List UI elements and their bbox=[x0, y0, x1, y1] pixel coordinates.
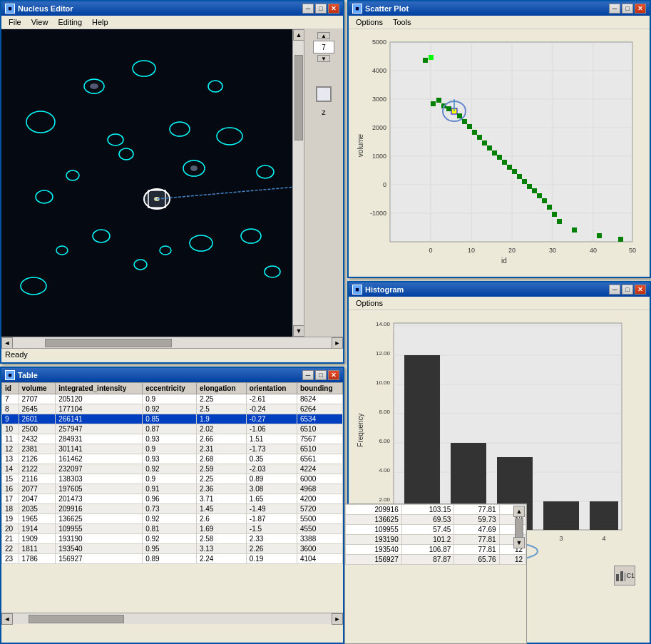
table-cell: 4200 bbox=[297, 494, 342, 504]
scatter-close[interactable]: ✕ bbox=[635, 4, 646, 14]
close-button[interactable]: ✕ bbox=[328, 4, 339, 14]
table-cell: 15 bbox=[2, 474, 19, 484]
table-row[interactable]: 926012661410.851.9-0.276534 bbox=[2, 414, 343, 424]
table-cell: 4104 bbox=[297, 554, 342, 564]
status-text: Ready bbox=[5, 350, 28, 359]
histogram-close[interactable]: ✕ bbox=[635, 285, 646, 295]
table-row[interactable]: 1919651366250.922.6-1.875500 bbox=[2, 514, 343, 524]
menu-help[interactable]: Help bbox=[88, 17, 113, 27]
extra-table-row[interactable]: 193190101.277.8112 bbox=[346, 535, 526, 545]
table-cell: 2432 bbox=[19, 434, 56, 444]
table-row[interactable]: 1321261614620.932.680.356561 bbox=[2, 454, 343, 464]
extra-table-row[interactable]: 209916103.1577.8112 bbox=[346, 505, 526, 515]
extra-table-row[interactable]: 10995557.4547.696 bbox=[346, 525, 526, 535]
table-hscroll-thumb[interactable] bbox=[29, 615, 124, 623]
menu-file[interactable]: File bbox=[4, 17, 26, 27]
histogram-options-menu[interactable]: Options bbox=[352, 298, 387, 308]
scroll-right-button[interactable]: ► bbox=[332, 337, 343, 349]
table-row[interactable]: 1223813011410.92.31-1.736510 bbox=[2, 444, 343, 454]
table-cell: 2.26 bbox=[246, 544, 297, 554]
table-maximize[interactable]: □ bbox=[315, 370, 327, 380]
extra-table-row[interactable]: 13662569.5359.7312 bbox=[346, 515, 526, 525]
table-row[interactable]: 1820352099160.731.45-1.495720 bbox=[2, 504, 343, 514]
svg-text:0: 0 bbox=[383, 181, 386, 188]
extra-table-row[interactable]: 193540106.8777.8112 bbox=[346, 545, 526, 555]
table-cell: 2645 bbox=[19, 404, 56, 414]
scatter-options-menu[interactable]: Options bbox=[352, 17, 387, 27]
scatter-menubar: Options Tools bbox=[349, 16, 650, 29]
scatter-tools-menu[interactable]: Tools bbox=[389, 17, 416, 27]
histogram-minimize[interactable]: ─ bbox=[609, 285, 620, 295]
hscroll-track[interactable] bbox=[13, 337, 332, 348]
table-cell: 2.25 bbox=[196, 394, 246, 404]
table-row[interactable]: 826451771040.922.5-0.246264 bbox=[2, 404, 343, 414]
table-container[interactable]: id volume integrated_intensity eccentric… bbox=[1, 382, 343, 613]
extra-scroll-down[interactable]: ▼ bbox=[513, 537, 525, 548]
svg-rect-80 bbox=[547, 205, 552, 210]
table-row[interactable]: 2019141099550.811.69-1.54550 bbox=[2, 524, 343, 534]
scroll-left-button[interactable]: ◄ bbox=[1, 337, 13, 349]
table-cell: 2.36 bbox=[196, 484, 246, 494]
svg-rect-54 bbox=[423, 58, 428, 63]
table-row[interactable]: 1124322849310.932.661.517567 bbox=[2, 434, 343, 444]
table-cell: 138303 bbox=[56, 474, 143, 484]
scroll-up-button[interactable]: ▲ bbox=[293, 29, 304, 41]
table-row[interactable]: 2119091931900.922.582.333388 bbox=[2, 534, 343, 544]
scatter-titlebar: ■ Scatter Plot ─ □ ✕ bbox=[349, 1, 650, 16]
histogram-titlebar-buttons: ─ □ ✕ bbox=[609, 285, 646, 295]
vertical-scrollbar[interactable]: ▲ ▼ bbox=[292, 29, 304, 337]
status-bar: Ready bbox=[1, 348, 343, 362]
horizontal-scrollbar[interactable]: ◄ ► bbox=[1, 337, 343, 348]
scroll-thumb[interactable] bbox=[294, 55, 303, 140]
table-minimize[interactable]: ─ bbox=[302, 370, 314, 380]
rect-control[interactable] bbox=[316, 86, 332, 102]
scatter-titlebar-left: ■ Scatter Plot bbox=[352, 4, 409, 14]
table-row[interactable]: 1025002579470.872.02-1.066510 bbox=[2, 424, 343, 434]
scatter-minimize[interactable]: ─ bbox=[609, 4, 620, 14]
histogram-titlebar: ■ Histogram ─ □ ✕ bbox=[349, 282, 650, 297]
table-scroll-left[interactable]: ◄ bbox=[1, 613, 13, 625]
table-row[interactable]: 2317861569270.892.240.194104 bbox=[2, 554, 343, 564]
table-cell: 0.35 bbox=[246, 454, 297, 464]
scatter-maximize[interactable]: □ bbox=[622, 4, 633, 14]
table-cell: 2.5 bbox=[196, 404, 246, 414]
svg-rect-70 bbox=[497, 155, 502, 160]
z-input[interactable] bbox=[313, 41, 334, 53]
extra-table-row[interactable]: 15692787.8765.7612 bbox=[346, 555, 526, 565]
table-row[interactable]: 1720472014730.963.711.654200 bbox=[2, 494, 343, 504]
z-control: ▲ ▼ bbox=[313, 32, 334, 62]
minimize-button[interactable]: ─ bbox=[302, 4, 314, 14]
z-decrement-button[interactable]: ▼ bbox=[317, 55, 330, 62]
table-row[interactable]: 727072051200.92.25-2.618624 bbox=[2, 394, 343, 404]
maximize-button[interactable]: □ bbox=[315, 4, 327, 14]
extra-table-cell: 109955 bbox=[346, 525, 402, 535]
hscroll-thumb[interactable] bbox=[45, 339, 173, 347]
extra-table-cell: 136625 bbox=[346, 515, 402, 525]
extra-scroll-up[interactable]: ▲ bbox=[513, 506, 525, 517]
scroll-track[interactable] bbox=[293, 41, 304, 325]
svg-rect-62 bbox=[457, 113, 462, 118]
menu-editing[interactable]: Editing bbox=[53, 17, 86, 27]
table-hscrollbar[interactable]: ◄ ► bbox=[1, 613, 343, 624]
svg-text:30: 30 bbox=[549, 247, 556, 254]
table-scroll-right[interactable]: ► bbox=[332, 613, 343, 625]
table-row[interactable]: 1620771976050.912.363.084968 bbox=[2, 484, 343, 494]
histogram-maximize[interactable]: □ bbox=[622, 285, 633, 295]
table-close[interactable]: ✕ bbox=[328, 370, 339, 380]
table-cell: 8 bbox=[2, 404, 19, 414]
svg-rect-71 bbox=[502, 160, 507, 165]
table-row[interactable]: 1521161383030.92.250.896000 bbox=[2, 474, 343, 484]
extra-table-cell: 57.45 bbox=[401, 525, 454, 535]
h-scrollbar-area bbox=[1, 314, 292, 325]
z-increment-button[interactable]: ▲ bbox=[317, 32, 330, 39]
table-hscroll-track[interactable] bbox=[13, 613, 332, 624]
chart-icon-button[interactable]: C1 bbox=[614, 566, 635, 586]
extra-table-cell: 12 bbox=[499, 555, 526, 565]
table-row[interactable]: 2218111935400.953.132.263600 bbox=[2, 544, 343, 554]
scroll-down-button[interactable]: ▼ bbox=[293, 325, 304, 337]
extra-table-cell: 77.81 bbox=[454, 545, 499, 555]
menu-view[interactable]: View bbox=[27, 17, 53, 27]
editor-canvas[interactable] bbox=[1, 29, 292, 337]
table-row[interactable]: 1421222320970.922.59-2.034224 bbox=[2, 464, 343, 474]
extra-vscrollbar[interactable]: ▲ ▼ bbox=[513, 506, 525, 548]
